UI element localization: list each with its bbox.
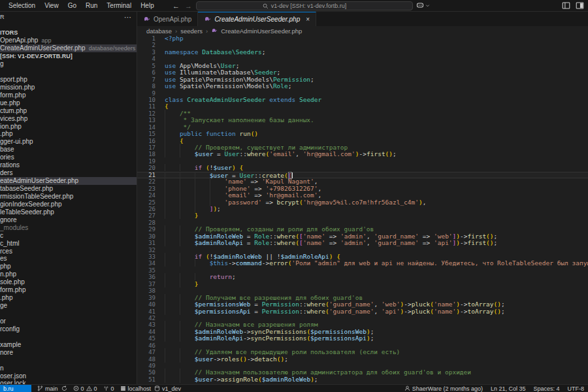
line-number[interactable]: 40 [137,301,155,308]
line-number[interactable]: 49 [137,363,155,369]
code-line-41[interactable]: 41 $permissionsApi = Permission::where('… [137,308,588,315]
breadcrumb-item[interactable]: database [146,27,172,35]
indentation-button[interactable]: Spaces: 4 [533,385,559,392]
ports-button[interactable]: 0 [103,385,114,392]
code-line-36[interactable]: 36 return; [137,274,588,280]
tree-item-2[interactable]: sport.php [0,76,137,84]
code-line-27[interactable]: 27 } [137,212,588,219]
menu-item-help[interactable]: Help [136,2,159,9]
tree-item-17[interactable]: rmissionTableSeeder.php [0,193,137,201]
line-number[interactable]: 35 [137,267,155,274]
line-number[interactable]: 32 [137,247,155,253]
problems-button[interactable]: 0 0 [73,385,97,392]
line-number[interactable]: 27 [137,212,155,219]
line-number[interactable]: 34 [137,260,155,267]
tree-item-26[interactable]: php [0,263,137,270]
code-line-15[interactable]: 15 public function run() [137,131,588,137]
tree-item-18[interactable]: gionIndexSeeder.php [0,201,137,208]
line-number[interactable]: 21 [137,172,155,178]
tree-item-29[interactable]: form.php [0,286,137,294]
code-line-37[interactable]: 37 } [137,281,588,287]
line-number[interactable]: 11 [137,103,155,110]
line-number[interactable]: 22 [137,178,155,185]
tree-item-34[interactable]: rconfig [0,325,137,333]
line-number[interactable]: 3 [137,49,155,56]
code-editor[interactable]: 1<?php23namespace Database\Seeders;45use… [137,35,588,384]
line-number[interactable]: 26 [137,206,155,212]
open-editor-item[interactable]: CreateAdminUserSeeder.php database/seede… [0,44,137,52]
line-number[interactable]: 31 [137,240,155,246]
tree-item-9[interactable]: .php [0,130,137,138]
line-number[interactable]: 36 [137,274,155,280]
line-number[interactable]: 8 [137,83,155,90]
breadcrumb-item[interactable]: seeders [180,27,203,35]
tree-item-36[interactable]: xample [0,341,137,349]
tree-item-22[interactable]: c [0,232,137,240]
code-line-10[interactable]: 10class CreateAdminUserSeeder extends Se… [137,97,588,103]
code-line-20[interactable]: 20 if (!$user) { [137,165,588,171]
code-line-34[interactable]: 34 $this->command->error('Роли "admin" д… [137,260,588,267]
code-line-13[interactable]: 13 * Запускает наполнение базы данных. [137,117,588,123]
workspace-section-header[interactable]: [SSH: V1-DEV.FORTB.RU] [0,52,137,60]
line-number[interactable]: 39 [137,295,155,301]
code-line-3[interactable]: 3namespace Database\Seeders; [137,49,588,56]
sync-button[interactable] [61,385,67,391]
line-number[interactable]: 48 [137,356,155,363]
line-number[interactable]: 25 [137,199,155,206]
line-number[interactable]: 12 [137,110,155,117]
tree-item-37[interactable]: nore [0,349,137,357]
tree-item-21[interactable]: _modules [0,224,137,232]
nav-forward-icon[interactable]: → [185,2,192,10]
tree-item-31[interactable]: ge [0,302,137,310]
customize-layout-icon[interactable] [576,1,584,10]
tree-item-4[interactable]: form.php [0,91,137,99]
tree-item-7[interactable]: vices.php [0,115,137,123]
open-editors-header[interactable]: ITORS [0,29,137,37]
line-number[interactable]: 46 [137,342,155,349]
nav-back-icon[interactable]: ← [172,2,180,10]
copilot-button[interactable] [416,1,430,9]
line-number[interactable]: 14 [137,124,155,131]
line-number[interactable]: 9 [137,90,155,97]
tree-item-30[interactable]: .php [0,294,137,302]
line-number[interactable]: 24 [137,192,155,199]
open-editor-item[interactable]: OpenApi.php app [0,37,137,44]
tree-item-8[interactable]: ion.php [0,123,137,131]
menu-item-run[interactable]: Run [81,2,102,9]
tree-item-19[interactable]: leTableSeeder.php [0,208,137,216]
tree-item-24[interactable]: rces [0,248,137,255]
line-number[interactable]: 42 [137,315,155,321]
toggle-panel-icon[interactable] [562,1,570,10]
tree-item-38[interactable] [0,357,137,365]
line-number[interactable]: 5 [137,63,155,69]
tree-item-14[interactable]: ders [0,169,137,177]
code-line-51[interactable]: 51 $user->assignRole($adminRoleWeb); [137,376,588,383]
line-number[interactable]: 18 [137,151,155,157]
line-number[interactable]: 6 [137,69,155,76]
line-number[interactable]: 30 [137,233,155,240]
tree-item-23[interactable]: c_html [0,240,137,248]
command-center-search[interactable]: v1-dev [SSH: v1-dev.fortb.ru] [196,1,413,10]
tree-item-1[interactable] [0,68,137,76]
line-number[interactable]: 50 [137,369,155,376]
git-blame-item[interactable]: ShaerWare (2 months ago) [404,385,483,392]
line-number[interactable]: 4 [137,56,155,62]
tree-item-15[interactable]: eateAdminUserSeeder.php [0,177,137,185]
git-branch-button[interactable]: main [37,385,58,392]
menu-item-view[interactable]: View [40,2,63,9]
line-number[interactable]: 1 [137,35,155,42]
line-number[interactable]: 45 [137,335,155,342]
code-line-26[interactable]: 26 ]); [137,206,588,212]
tree-item-5[interactable]: ue.php [0,99,137,107]
tab-createadminuserseeder[interactable]: CreateAdminUserSeeder.php × [198,12,316,26]
line-number[interactable]: 38 [137,287,155,294]
line-number[interactable]: 33 [137,253,155,260]
tree-item-16[interactable]: tabaseSeeder.php [0,185,137,193]
tree-item-27[interactable]: n.php [0,270,137,278]
breadcrumb-item[interactable]: CreateAdminUserSeeder.php [221,27,302,35]
code-line-45[interactable]: 45 $adminRoleApi->syncPermissions($permi… [137,335,588,342]
menu-item-selection[interactable]: Selection [4,2,40,9]
line-number[interactable]: 20 [137,165,155,171]
encoding-button[interactable]: UTF-8 [568,385,585,392]
line-number[interactable]: 37 [137,281,155,287]
